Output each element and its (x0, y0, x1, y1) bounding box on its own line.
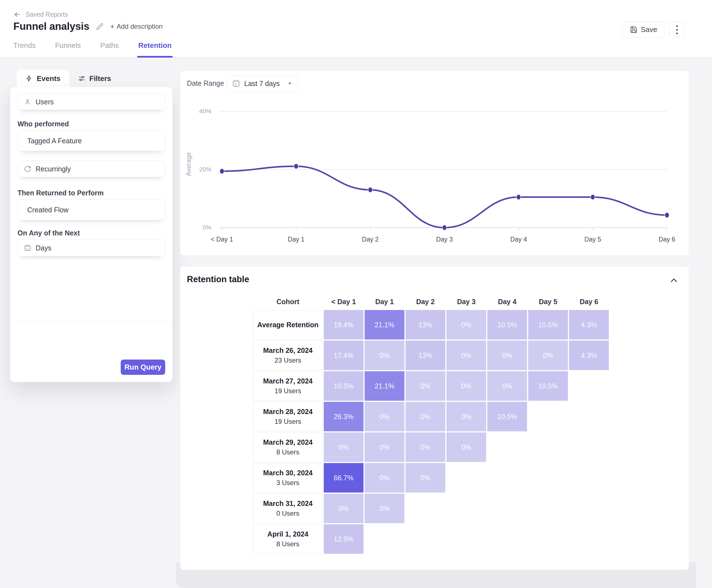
retention-cell[interactable]: 4.3% (569, 341, 609, 370)
retention-cell[interactable]: 0% (446, 402, 486, 431)
x-tick-label: Day 5 (570, 236, 615, 243)
users-select[interactable]: Users (18, 94, 165, 110)
who-performed-event-select[interactable]: Tagged A Feature (18, 130, 165, 151)
retention-cell[interactable]: 4.3% (569, 310, 609, 339)
tab-trends[interactable]: Trends (13, 41, 36, 58)
retention-cell[interactable]: 0% (446, 341, 486, 370)
edit-title-pencil-icon[interactable] (96, 23, 104, 30)
cohort-users: 0 Users (277, 509, 300, 517)
chevron-down-icon (287, 81, 293, 86)
retention-cell[interactable]: 0% (324, 433, 364, 462)
y-tick-label: 0% (180, 224, 211, 231)
retention-cell[interactable]: 0% (365, 402, 404, 431)
data-point[interactable] (368, 187, 372, 193)
column-header: Day 3 (446, 294, 486, 309)
returned-event-select[interactable]: Created Flow (18, 200, 165, 220)
retention-cell[interactable]: 0% (406, 371, 445, 401)
back-arrow-icon (13, 10, 21, 18)
save-label: Save (641, 25, 657, 34)
query-panel-tabs: Events Filters (17, 69, 120, 87)
add-description-button[interactable]: + Add description (110, 22, 163, 31)
column-header: Day 2 (406, 294, 445, 309)
lightning-icon (26, 75, 33, 82)
retention-line-chart[interactable] (219, 104, 670, 235)
retention-grid: Cohort< Day 1Day 1Day 2Day 3Day 4Day 5Da… (253, 294, 609, 554)
cohort-users: 19 Users (275, 418, 301, 425)
back-to-saved-reports[interactable]: Saved Reports (13, 10, 68, 18)
run-query-button[interactable]: Run Query (121, 359, 165, 375)
retention-cell[interactable]: 21.1% (365, 310, 404, 339)
column-header: Day 6 (569, 294, 609, 309)
data-point[interactable] (516, 194, 521, 200)
retention-cell[interactable]: 0% (365, 493, 404, 523)
days-select[interactable]: Days (18, 239, 165, 256)
who-performed-label: Who performed (18, 120, 69, 128)
retention-cell[interactable]: 17.4% (324, 341, 364, 370)
retention-cell[interactable]: 0% (528, 341, 568, 370)
add-description-label: Add description (116, 23, 163, 30)
column-header: Day 4 (487, 294, 527, 309)
retention-cell[interactable]: 0% (487, 341, 527, 370)
retention-cell[interactable]: 0% (446, 371, 486, 401)
back-label: Saved Reports (26, 11, 68, 18)
retention-cell[interactable]: 10.5% (487, 402, 527, 431)
data-point[interactable] (442, 225, 447, 230)
retention-cell[interactable]: 0% (446, 310, 486, 339)
tab-retention[interactable]: Retention (138, 41, 172, 58)
calendar-icon (24, 244, 31, 252)
column-header: < Day 1 (324, 294, 364, 309)
cohort-name: Average Retention (257, 321, 319, 329)
retention-cell[interactable]: 12.5% (324, 524, 364, 554)
retention-cell[interactable]: 0% (487, 371, 527, 401)
retention-cell[interactable]: 0% (446, 433, 486, 462)
column-header: Day 1 (365, 294, 404, 309)
save-button[interactable]: Save (622, 22, 665, 38)
cohort-users: 3 Users (277, 479, 300, 487)
cohort-users: 8 Users (277, 540, 300, 548)
data-point[interactable] (590, 194, 595, 200)
tab-filters[interactable]: Filters (69, 69, 120, 87)
cohort-cell: Average Retention (253, 310, 323, 339)
retention-cell[interactable]: 0% (406, 433, 445, 462)
data-point[interactable] (294, 164, 298, 169)
retention-cell[interactable]: 0% (365, 341, 404, 370)
column-header: Day 5 (528, 294, 568, 309)
retention-cell[interactable]: 13% (406, 310, 445, 339)
retention-cell[interactable]: 0% (365, 433, 404, 462)
date-range-select[interactable]: Last 7 days (227, 76, 298, 91)
retention-cell[interactable]: 26.3% (324, 402, 364, 431)
cohort-users: 8 Users (277, 448, 300, 456)
cohort-name: March 26, 2024 (263, 346, 312, 355)
retention-cell[interactable]: 13% (406, 341, 445, 370)
data-point[interactable] (665, 213, 669, 218)
y-tick-label: 40% (180, 108, 211, 115)
retention-cell[interactable]: 0% (365, 463, 404, 492)
tab-funnels[interactable]: Funnels (55, 41, 81, 58)
retention-cell[interactable]: 21.1% (365, 371, 404, 401)
retention-cell[interactable]: 0% (406, 463, 445, 492)
retention-cell[interactable]: 0% (406, 402, 445, 431)
retention-cell[interactable]: 10.5% (324, 371, 364, 401)
retention-cell[interactable]: 66.7% (324, 463, 364, 492)
retention-cell[interactable]: 10.5% (528, 310, 568, 339)
cohort-name: March 28, 2024 (263, 408, 312, 416)
retention-cell[interactable]: 19.4% (324, 310, 364, 339)
cohort-cell: March 28, 202419 Users (253, 402, 323, 431)
cohort-cell: March 29, 20248 Users (253, 433, 323, 462)
collapse-table-button[interactable] (668, 275, 679, 286)
retention-cell[interactable]: 0% (324, 493, 364, 523)
x-tick-label: Day 2 (348, 236, 392, 243)
data-point[interactable] (220, 169, 224, 174)
x-tick-label: Day 1 (274, 236, 319, 243)
tab-events[interactable]: Events (17, 69, 69, 87)
recurringly-select[interactable]: Recurringly (18, 161, 165, 177)
retention-cell[interactable]: 10.5% (487, 310, 527, 339)
cohort-cell: April 1, 20248 Users (253, 524, 323, 554)
cohort-name: March 30, 2024 (263, 469, 312, 477)
returned-event-value: Created Flow (27, 206, 69, 214)
tab-paths[interactable]: Paths (100, 41, 119, 58)
retention-cell[interactable]: 10.5% (528, 371, 568, 401)
more-options-button[interactable] (669, 22, 685, 38)
page-header: Saved Reports Funnel analysis + Add desc… (0, 0, 712, 57)
panel-divider (10, 321, 172, 322)
